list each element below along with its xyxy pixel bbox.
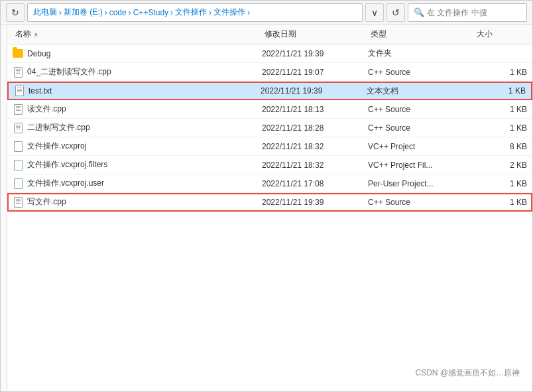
file-list-header: 名称 ∧ 修改日期 类型 大小 xyxy=(7,25,532,44)
file-name-cell: test.txt xyxy=(14,86,261,96)
file-icon xyxy=(13,197,23,208)
table-row[interactable]: 二进制写文件.cpp 2022/11/21 18:28 C++ Source 1… xyxy=(7,119,532,137)
file-type: C++ Source xyxy=(368,123,474,133)
file-type: C++ Source xyxy=(368,198,474,207)
cpp-file-icon xyxy=(14,197,23,208)
file-date: 2022/11/21 18:13 xyxy=(262,105,368,114)
file-date: 2022/11/21 18:28 xyxy=(262,123,368,133)
breadcrumb-computer[interactable]: 此电脑 xyxy=(33,7,57,18)
file-size: 1 KB xyxy=(474,123,527,133)
table-row[interactable]: 读文件.cpp 2022/11/21 18:13 C++ Source 1 KB xyxy=(7,100,532,119)
file-date: 2022/11/21 18:32 xyxy=(262,161,368,170)
address-bar: ↻ 此电脑 › 新加卷 (E:) › code › C++Study › 文件操… xyxy=(1,1,532,25)
file-size: 2 KB xyxy=(474,161,527,170)
file-date: 2022/11/21 18:32 xyxy=(262,142,368,151)
col-type-label: 类型 xyxy=(371,29,386,40)
file-name-cell: 读文件.cpp xyxy=(13,103,262,115)
table-row[interactable]: Debug 2022/11/21 19:39 文件夹 xyxy=(7,44,532,63)
search-input[interactable] xyxy=(427,8,521,17)
col-name-label: 名称 xyxy=(15,29,31,40)
file-type: Per-User Project... xyxy=(368,179,474,188)
file-name: Debug xyxy=(27,49,50,58)
file-icon xyxy=(13,48,23,59)
col-header-date[interactable]: 修改日期 xyxy=(262,27,368,41)
file-icon xyxy=(13,123,23,133)
file-name-cell: 二进制写文件.cpp xyxy=(13,122,262,133)
file-name-cell: 04_二进制读写文件.cpp xyxy=(13,66,262,78)
file-name: 文件操作.vcxproj.user xyxy=(27,178,104,189)
content-area: 名称 ∧ 修改日期 类型 大小 Debug 2022/11/21 19:39 文… xyxy=(1,25,532,391)
file-size: 1 KB xyxy=(474,198,527,207)
file-name-cell: 写文件.cpp xyxy=(13,196,262,208)
file-size: 1 KB xyxy=(473,86,526,96)
col-header-size[interactable]: 大小 xyxy=(474,27,527,41)
nav-buttons: ↻ xyxy=(6,3,25,22)
breadcrumb-drive[interactable]: 新加卷 (E:) xyxy=(64,7,103,18)
file-date: 2022/11/21 19:07 xyxy=(262,68,368,77)
file-name: 读文件.cpp xyxy=(27,103,66,115)
file-size: 1 KB xyxy=(474,68,527,77)
file-icon xyxy=(14,86,25,96)
vcxproj-file-icon xyxy=(14,160,23,170)
vcxproj-file-icon xyxy=(14,178,23,189)
table-row[interactable]: 文件操作.vcxproj.user 2022/11/21 17:08 Per-U… xyxy=(7,174,532,193)
folder-icon xyxy=(13,49,23,58)
table-row[interactable]: 04_二进制读写文件.cpp 2022/11/21 19:07 C++ Sour… xyxy=(7,63,532,82)
file-type: C++ Source xyxy=(368,68,474,77)
file-name-cell: 文件操作.vcxproj.filters xyxy=(13,159,262,170)
table-row[interactable]: 写文件.cpp 2022/11/21 19:39 C++ Source 1 KB xyxy=(7,193,532,212)
txt-file-icon xyxy=(15,86,24,96)
file-icon xyxy=(13,67,23,78)
cpp-file-icon xyxy=(14,67,23,78)
file-name: 文件操作.vcxproj.filters xyxy=(27,159,107,170)
file-rows-container: Debug 2022/11/21 19:39 文件夹 04_二进制读写文件.cp… xyxy=(7,44,532,212)
file-type: 文本文档 xyxy=(367,86,473,97)
file-name-cell: 文件操作.vcxproj xyxy=(13,141,262,152)
file-list: 名称 ∧ 修改日期 类型 大小 Debug 2022/11/21 19:39 文… xyxy=(7,25,532,391)
file-name: 文件操作.vcxproj xyxy=(27,141,86,152)
file-name: 04_二进制读写文件.cpp xyxy=(27,66,111,78)
breadcrumb[interactable]: 此电脑 › 新加卷 (E:) › code › C++Study › 文件操作 … xyxy=(27,3,363,22)
table-row[interactable]: test.txt 2022/11/21 19:39 文本文档 1 KB xyxy=(7,82,532,100)
file-name: 写文件.cpp xyxy=(27,196,66,208)
file-size: 8 KB xyxy=(474,142,527,151)
file-name: test.txt xyxy=(29,86,52,96)
file-date: 2022/11/21 19:39 xyxy=(261,86,367,96)
file-type: VC++ Project xyxy=(368,142,474,151)
file-explorer-window: ↻ 此电脑 › 新加卷 (E:) › code › C++Study › 文件操… xyxy=(0,0,533,392)
col-size-label: 大小 xyxy=(477,29,493,40)
table-row[interactable]: 文件操作.vcxproj.filters 2022/11/21 18:32 VC… xyxy=(7,156,532,174)
breadcrumb-code[interactable]: code xyxy=(109,8,127,17)
col-header-name[interactable]: 名称 ∧ xyxy=(13,27,262,41)
file-date: 2022/11/21 19:39 xyxy=(262,49,368,58)
file-icon xyxy=(13,141,23,152)
file-type: C++ Source xyxy=(368,105,474,114)
file-name-cell: Debug xyxy=(13,48,262,59)
col-header-type[interactable]: 类型 xyxy=(368,27,474,41)
refresh-button[interactable]: ↻ xyxy=(6,3,25,22)
file-icon xyxy=(13,160,23,170)
breadcrumb-cppstudy[interactable]: C++Study xyxy=(133,8,168,17)
file-type: 文件夹 xyxy=(368,48,474,59)
file-name-cell: 文件操作.vcxproj.user xyxy=(13,178,262,189)
dropdown-button[interactable]: ∨ xyxy=(365,3,384,22)
file-type: VC++ Project Fil... xyxy=(368,161,474,170)
cpp-file-icon xyxy=(14,104,23,115)
cpp-file-icon xyxy=(14,123,23,133)
refresh-button2[interactable]: ↺ xyxy=(386,3,405,22)
breadcrumb-folder2[interactable]: 文件操作 xyxy=(213,7,245,18)
table-row[interactable]: 文件操作.vcxproj 2022/11/21 18:32 VC++ Proje… xyxy=(7,137,532,156)
file-size: 1 KB xyxy=(474,105,527,114)
search-area[interactable]: 🔍 xyxy=(408,3,527,22)
vcxproj-file-icon xyxy=(14,141,23,152)
breadcrumb-folder1[interactable]: 文件操作 xyxy=(175,7,207,18)
file-size: 1 KB xyxy=(474,179,527,188)
file-icon xyxy=(13,104,23,115)
sort-arrow-icon: ∧ xyxy=(34,31,38,38)
watermark: CSDN @感觉画质不如…原神 xyxy=(415,367,520,379)
file-date: 2022/11/21 17:08 xyxy=(262,179,368,188)
file-icon xyxy=(13,178,23,189)
search-icon: 🔍 xyxy=(414,7,424,17)
file-date: 2022/11/21 19:39 xyxy=(262,198,368,207)
col-date-label: 修改日期 xyxy=(265,29,296,40)
